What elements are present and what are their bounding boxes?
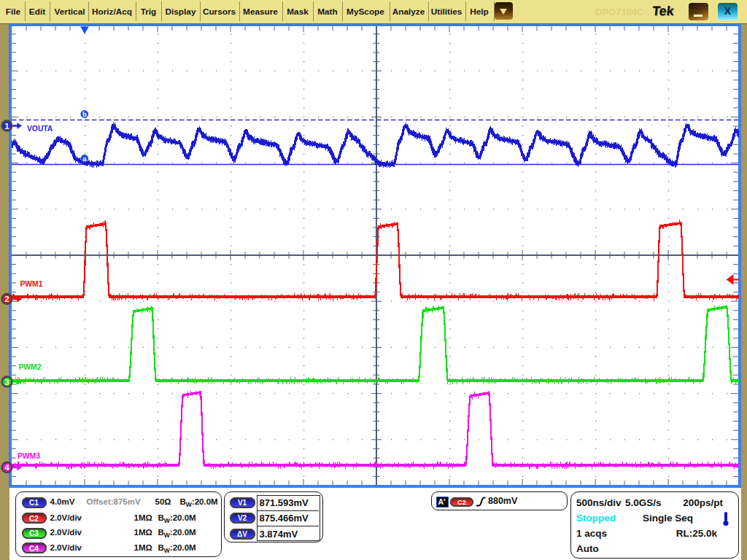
- svg-text:VOUTA: VOUTA: [27, 125, 53, 133]
- svg-text:2: 2: [4, 295, 9, 303]
- svg-text:PWM2: PWM2: [19, 363, 42, 371]
- svg-text:4: 4: [4, 463, 9, 472]
- svg-text:PWM3: PWM3: [18, 452, 40, 460]
- svg-text:PWM1: PWM1: [20, 280, 43, 288]
- svg-text:b: b: [82, 110, 87, 118]
- svg-text:a: a: [82, 155, 87, 163]
- svg-text:3: 3: [4, 378, 9, 386]
- svg-text:1: 1: [4, 122, 9, 131]
